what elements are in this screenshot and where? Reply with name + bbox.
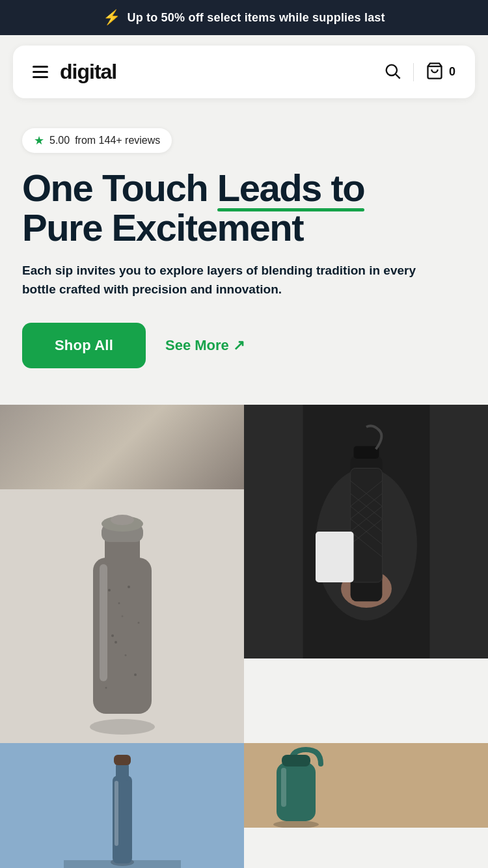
hero-actions: Shop All See More ↗ [22, 323, 466, 368]
rating-reviews: from 144+ reviews [75, 135, 160, 146]
header-left: digital [33, 60, 116, 84]
product-image-3[interactable] [0, 489, 244, 743]
announcement-bar: ⚡ Up to 50% off select items while suppl… [0, 0, 488, 35]
lightning-icon: ⚡ [103, 9, 120, 26]
logo[interactable]: digital [60, 60, 116, 84]
svg-point-29 [118, 602, 120, 604]
product-image-2[interactable] [244, 405, 488, 658]
svg-rect-7 [350, 468, 382, 582]
cart-icon [426, 62, 444, 83]
hero-title: One Touch Leads to Pure Excitement [22, 169, 466, 248]
svg-point-31 [137, 621, 139, 623]
svg-rect-42 [116, 763, 129, 781]
svg-rect-27 [100, 564, 107, 681]
product-image-4[interactable] [0, 743, 244, 868]
hero-title-underlined: Leads to [217, 167, 365, 209]
svg-point-0 [386, 64, 397, 75]
svg-rect-49 [281, 768, 286, 807]
svg-point-35 [105, 686, 107, 688]
hero-section: ★ 5.00 from 144+ reviews One Touch Leads… [0, 109, 488, 405]
svg-point-37 [115, 641, 117, 644]
rating-badge: ★ 5.00 from 144+ reviews [22, 128, 172, 153]
rating-score: 5.00 [49, 135, 70, 146]
svg-point-36 [121, 615, 123, 617]
svg-point-30 [128, 586, 130, 588]
svg-point-26 [111, 515, 134, 525]
svg-rect-44 [115, 781, 118, 846]
star-icon: ★ [34, 133, 44, 148]
announcement-text: Up to 50% off select items while supplie… [127, 11, 385, 25]
cart-button[interactable]: 0 [426, 62, 455, 83]
search-icon[interactable] [383, 62, 401, 83]
product-image-5[interactable] [244, 743, 488, 828]
product-grid [0, 405, 488, 868]
cart-count: 0 [449, 65, 455, 79]
hero-description: Each sip invites you to explore layers o… [22, 261, 439, 299]
svg-point-32 [111, 634, 114, 637]
svg-rect-43 [114, 755, 131, 765]
svg-point-28 [108, 589, 111, 591]
shop-all-button[interactable]: Shop All [22, 323, 146, 368]
header: digital 0 [13, 46, 475, 98]
svg-rect-48 [282, 755, 310, 766]
see-more-button[interactable]: See More ↗ [165, 337, 245, 354]
svg-rect-18 [316, 532, 354, 582]
svg-point-34 [134, 673, 137, 676]
header-divider [413, 63, 414, 81]
header-right: 0 [383, 62, 455, 83]
product-image-1[interactable] [0, 405, 244, 489]
hamburger-menu-icon[interactable] [33, 66, 48, 78]
svg-point-20 [90, 719, 155, 735]
svg-point-33 [124, 654, 126, 656]
svg-line-1 [396, 74, 400, 78]
